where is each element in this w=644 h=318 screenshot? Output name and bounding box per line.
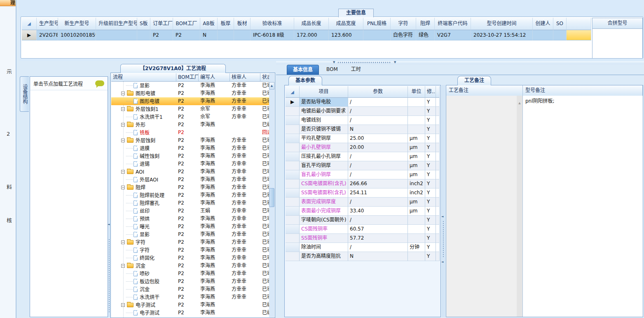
column-header[interactable]: 成品宽度: [329, 18, 363, 30]
param-column-header[interactable]: 修...: [425, 86, 436, 98]
param-name-cell[interactable]: 盲孔平均铜厚: [300, 161, 348, 170]
tree-row[interactable]: 沉金P2李海燕方幸幸已审核: [111, 285, 269, 293]
collapse-icon[interactable]: −: [121, 123, 125, 127]
tree-cell[interactable]: 预烘: [111, 215, 176, 223]
tree-cell[interactable]: −沉金: [111, 262, 176, 270]
model-remark-field[interactable]: pnl阴阳拼板;: [523, 96, 643, 317]
tree-cell[interactable]: P2: [176, 199, 199, 207]
param-cell[interactable]: /: [348, 107, 408, 116]
tree-cell[interactable]: [199, 129, 230, 137]
tree-row[interactable]: 喷砂P2李海燕方幸幸已审核: [111, 270, 269, 278]
tree-cell[interactable]: 已审核: [260, 293, 269, 301]
row-indicator[interactable]: [286, 243, 300, 252]
tree-row[interactable]: 水洗烘干1P2佘军方幸幸已审核: [111, 113, 269, 121]
param-cell[interactable]: [408, 116, 425, 125]
tree-cell[interactable]: P2: [176, 270, 199, 278]
tree-cell[interactable]: 方幸幸: [230, 82, 260, 90]
param-name-cell[interactable]: CS面电镀面积(含孔): [300, 179, 348, 188]
tree-row[interactable]: 图形电镀P2李海燕方幸幸已审核: [111, 97, 269, 105]
param-cell[interactable]: [436, 188, 440, 198]
param-column-header[interactable]: 参数: [348, 86, 408, 98]
table-cell[interactable]: IPC-6018 Ⅱ级: [251, 30, 294, 40]
tree-cell[interactable]: 退膜: [111, 144, 176, 152]
tree-row[interactable]: 外层AOIP2李海燕方幸幸已审核: [111, 176, 269, 184]
tree-cell[interactable]: [230, 121, 260, 129]
tree-cell[interactable]: 已审核: [260, 238, 269, 246]
tree-cell[interactable]: 方幸幸: [230, 137, 260, 144]
row-indicator[interactable]: [286, 234, 300, 243]
tree-cell[interactable]: 已审核: [260, 160, 269, 168]
row-indicator[interactable]: [286, 107, 300, 116]
param-name-cell[interactable]: 表面最小完成铜厚: [300, 207, 348, 216]
param-cell[interactable]: μm: [408, 170, 425, 179]
tree-cell[interactable]: 李海燕: [199, 137, 230, 144]
tree-cell[interactable]: 已编写: [260, 301, 269, 309]
tree-cell[interactable]: 已编写: [260, 121, 269, 129]
param-row[interactable]: SS面残铜率57.72Y: [286, 234, 438, 243]
param-column-header[interactable]: 项目: [300, 86, 348, 98]
tree-cell[interactable]: 已审核: [260, 254, 269, 262]
param-cell[interactable]: Y: [425, 179, 436, 188]
tree-row[interactable]: 曝光P2李海燕方幸幸已审核: [111, 223, 269, 231]
tree-row[interactable]: 铣板P2回退: [111, 129, 269, 137]
tree-cell[interactable]: 丝印: [111, 207, 176, 215]
param-row[interactable]: 盲孔平均铜厚/μmY: [286, 161, 438, 170]
tree-cell[interactable]: 方幸幸: [230, 278, 260, 285]
tree-row[interactable]: −字符P2李海燕方幸幸已审核: [111, 238, 269, 246]
param-name-cell[interactable]: 盲孔最小铜厚: [300, 170, 348, 179]
tree-row[interactable]: 水洗烘干P2李海燕方幸幸已审核: [111, 293, 269, 301]
tree-row[interactable]: −外形1P2李海燕已编写: [111, 317, 269, 317]
tree-cell[interactable]: P2: [176, 144, 199, 152]
param-row[interactable]: 字唛朝向(CS面朝外)/Y: [286, 216, 438, 225]
column-header[interactable]: 板材: [234, 18, 251, 30]
param-cell[interactable]: 25.00: [348, 134, 408, 143]
param-cell[interactable]: Y: [425, 216, 436, 225]
column-header[interactable]: 创建人: [533, 18, 553, 30]
param-row[interactable]: 电镀线别/Y: [286, 116, 438, 125]
param-cell[interactable]: [408, 125, 425, 134]
table-cell[interactable]: [553, 30, 567, 40]
process-remark-header[interactable]: 工艺备注: [446, 85, 523, 96]
param-cell[interactable]: [436, 116, 440, 125]
right-splitter[interactable]: ◄ ◄: [442, 85, 445, 317]
row-indicator[interactable]: [286, 198, 300, 207]
param-cell[interactable]: [436, 125, 440, 134]
param-cell[interactable]: 266.66: [348, 179, 408, 188]
tree-cell[interactable]: P2: [176, 160, 199, 168]
tree-row[interactable]: 字符P2李海燕方幸幸已审核: [111, 246, 269, 254]
param-cell[interactable]: /: [348, 216, 408, 225]
tree-row[interactable]: −图形电镀P2李海燕方幸幸已审核: [111, 90, 269, 97]
param-cell[interactable]: μm: [408, 161, 425, 170]
collapse-icon[interactable]: −: [121, 170, 125, 174]
tree-cell[interactable]: 李海燕: [199, 215, 230, 223]
tree-cell[interactable]: 显影: [111, 82, 176, 90]
tree-cell[interactable]: 方幸幸: [230, 160, 260, 168]
tree-column-header[interactable]: 编写人: [199, 73, 230, 82]
tree-cell[interactable]: 方幸幸: [230, 90, 260, 97]
tree-cell[interactable]: 李海燕: [199, 285, 230, 293]
param-cell[interactable]: Y: [425, 143, 436, 152]
tree-cell[interactable]: 李海燕: [199, 238, 230, 246]
param-cell[interactable]: Y: [425, 225, 436, 234]
tree-cell[interactable]: −外层蚀刻: [111, 137, 176, 144]
tree-cell[interactable]: P2: [176, 223, 199, 231]
param-name-cell[interactable]: 表面完成铜厚度: [300, 198, 348, 207]
param-cell[interactable]: [436, 161, 440, 170]
collapse-icon[interactable]: −: [121, 107, 125, 111]
tree-cell[interactable]: 方幸幸: [230, 215, 260, 223]
column-header[interactable]: BOM工厂: [173, 18, 200, 30]
param-cell[interactable]: Y: [425, 207, 436, 216]
tree-cell[interactable]: 已审核: [260, 176, 269, 184]
param-cell[interactable]: μm: [408, 152, 425, 161]
param-cell[interactable]: [436, 207, 440, 216]
param-row[interactable]: 压接孔最小孔铜厚/μmY: [286, 152, 438, 161]
tree-cell[interactable]: 李海燕: [199, 97, 230, 105]
param-name-cell[interactable]: SS面电镀面积(含孔): [300, 188, 348, 198]
tree-row[interactable]: 显影P2李海燕方幸幸已审核: [111, 231, 269, 238]
tree-cell[interactable]: 已审核: [260, 144, 269, 152]
tree-row[interactable]: −外层蚀刻P2李海燕方幸幸已审核: [111, 137, 269, 144]
remark-scrollbar[interactable]: ▲: [517, 96, 522, 317]
tree-cell[interactable]: P2: [176, 238, 199, 246]
column-header[interactable]: 验收标准: [251, 18, 294, 30]
param-cell[interactable]: /: [348, 161, 408, 170]
